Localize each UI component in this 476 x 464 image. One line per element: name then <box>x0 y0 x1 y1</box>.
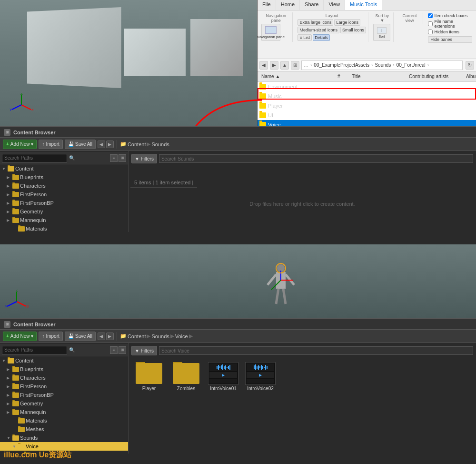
small-icons-btn[interactable]: Small icons <box>340 27 366 33</box>
tree-firstperson-top[interactable]: ▶ FirstPerson <box>0 190 128 199</box>
explorer-item-player[interactable]: Player <box>258 101 476 111</box>
grid-item-player[interactable]: Player <box>132 361 166 392</box>
filters-btn-top[interactable]: ▼ Filters <box>131 154 157 163</box>
address-path[interactable]: … › 00_ExampleProjectAssets › Sounds › 0… <box>301 61 463 70</box>
sort-btn[interactable]: ↕ Sort <box>373 24 390 41</box>
col-num[interactable]: # <box>336 74 350 79</box>
ribbon-group-showhide: Item check boxes File name extensions Hi… <box>426 12 474 44</box>
explorer-item-music[interactable]: Music <box>258 91 476 101</box>
list-btn[interactable]: ≡ List <box>298 34 312 41</box>
tree-sounds-bottom[interactable]: ▼ Sounds <box>0 434 128 442</box>
tree-content-bottom[interactable]: ▼ Content <box>0 356 128 365</box>
tab-view[interactable]: View <box>324 0 345 10</box>
tree-blueprints-bottom[interactable]: ▶ Blueprints <box>0 365 128 373</box>
search-voice-input[interactable] <box>159 346 473 355</box>
viewport-mid[interactable]: X Z Y <box>0 244 476 318</box>
viewport-top[interactable]: X Z Y File Home Share View Music Tools N… <box>0 0 476 126</box>
tree-player-bottom[interactable]: Player <box>0 451 128 454</box>
tab-home[interactable]: Home <box>276 0 300 10</box>
explorer-item-ui[interactable]: UI <box>258 111 476 120</box>
grid-item-zombies[interactable]: Zombies <box>169 361 203 392</box>
grid-item-introvoice02[interactable]: ▶ IntroVoice02 <box>244 361 277 392</box>
cb-forward-btn-top[interactable]: ▶ <box>106 141 114 148</box>
save-all-btn-bottom[interactable]: 💾 Save All <box>65 332 96 341</box>
svg-line-2 <box>12 105 21 110</box>
cb-header-top: ⊞ Content Browser <box>0 127 476 138</box>
medium-icons-btn[interactable]: Medium-sized icons <box>298 27 339 33</box>
import-btn-bottom[interactable]: ↑ Import <box>39 332 62 341</box>
cb-path-voice-bottom[interactable]: Voice <box>175 333 188 339</box>
folder-blueprints-top <box>12 175 19 180</box>
cb-forward-btn-bottom[interactable]: ▶ <box>106 333 114 340</box>
folder-materials-bottom <box>18 418 25 424</box>
tree-geometry-bottom[interactable]: ▶ Geometry <box>0 399 128 408</box>
large-icons-btn[interactable]: Large icons <box>334 19 360 26</box>
filters-btn-bottom[interactable]: ▼ Filters <box>131 346 157 355</box>
add-new-btn-bottom[interactable]: Add New ▾ <box>3 332 37 341</box>
forward-btn[interactable]: ▶ <box>270 61 278 70</box>
tree-mannequin-top[interactable]: ▶ Mannequin <box>0 216 128 224</box>
col-title[interactable]: Title <box>350 74 407 79</box>
tree-voice-bottom[interactable]: ▼ Voice <box>0 442 128 451</box>
path-segment-3[interactable]: 00_ForUnreal <box>397 62 426 68</box>
tree-blueprints-top[interactable]: ▶ Blueprints <box>0 173 128 182</box>
refresh-btn[interactable]: ↻ <box>466 61 474 70</box>
recent-btn[interactable]: ⊞ <box>291 61 299 70</box>
tree-firstperson-bottom[interactable]: ▶ FirstPerson <box>0 382 128 391</box>
add-new-btn-top[interactable]: Add New ▾ <box>3 140 37 149</box>
folder-meshes-bottom <box>18 427 25 432</box>
tree-materials-bottom[interactable]: Materials <box>0 416 128 425</box>
tree-materials-top[interactable]: Materials <box>0 224 128 232</box>
tree-view-btn-bottom[interactable]: ≡ <box>110 346 118 354</box>
save-all-btn-top[interactable]: 💾 Save All <box>65 140 96 149</box>
svg-line-12 <box>283 289 286 304</box>
tab-musictools[interactable]: Music Tools <box>345 0 382 10</box>
explorer-item-voice[interactable]: Voice <box>258 120 476 126</box>
folder-icon-voice <box>259 122 266 126</box>
grid-view-btn-bottom[interactable]: ⊞ <box>119 346 126 354</box>
checkbox-hidden-items[interactable]: Hidden items <box>428 30 472 34</box>
extra-large-icons-btn[interactable]: Extra large icons <box>298 19 333 26</box>
explorer-list: Environment Music Player UI Voice <box>258 82 476 126</box>
cb-path-content-bottom[interactable]: Content <box>128 333 146 339</box>
path-segment-1[interactable]: 00_ExampleProjectAssets <box>314 62 369 68</box>
cb-back-btn-bottom[interactable]: ◀ <box>98 333 105 340</box>
tree-view-btn-top[interactable]: ≡ <box>110 154 118 162</box>
explorer-item-environment[interactable]: Environment <box>258 82 476 91</box>
tree-mannequin-bottom[interactable]: ▶ Mannequin <box>0 408 128 416</box>
col-contributing[interactable]: Contributing artists <box>407 74 464 79</box>
col-name[interactable]: Name ▲ <box>259 74 336 79</box>
col-album[interactable]: Album <box>464 74 476 79</box>
content-browser-bottom: ⊞ Content Browser Add New ▾ ↑ Import 💾 S… <box>0 318 476 464</box>
details-btn[interactable]: Details <box>313 34 330 41</box>
cb-path-sounds-top[interactable]: Sounds <box>151 141 169 147</box>
tree-firstpersonbp-bottom[interactable]: ▶ FirstPersonBP <box>0 391 128 399</box>
status-top: 5 items | 1 item selected | <box>130 178 197 188</box>
tree-characters-top[interactable]: ▶ Characters <box>0 182 128 190</box>
grid-view-btn-top[interactable]: ⊞ <box>119 154 126 162</box>
tree-firstpersonbp-top[interactable]: ▶ FirstPersonBP <box>0 199 128 207</box>
cb-nav-bottom: ◀ ▶ <box>98 333 114 340</box>
cb-path-top: 📁 Content ▶ Sounds <box>120 141 169 147</box>
search-paths-input-top[interactable] <box>2 154 67 162</box>
up-btn[interactable]: ▲ <box>280 61 289 70</box>
cb-path-content-top[interactable]: Content <box>128 141 146 147</box>
tree-geometry-top[interactable]: ▶ Geometry <box>0 207 128 216</box>
cb-path-sounds-bottom[interactable]: Sounds <box>151 333 169 339</box>
tree-characters-bottom[interactable]: ▶ Characters <box>0 373 128 382</box>
search-paths-input-bottom[interactable] <box>2 346 67 354</box>
nav-pane-btn[interactable]: Navigation pane <box>261 24 280 41</box>
import-btn-top[interactable]: ↑ Import <box>39 140 62 149</box>
checkbox-file-extensions[interactable]: File name extensions <box>428 19 472 29</box>
checkbox-item-checkboxes[interactable]: Item check boxes <box>428 13 472 18</box>
cb-back-btn-top[interactable]: ◀ <box>98 141 105 148</box>
hide-selected-btn[interactable]: Hide panes <box>428 36 472 43</box>
grid-item-introvoice01[interactable]: ▶ IntroVoice01 <box>207 361 240 392</box>
tab-share[interactable]: Share <box>300 0 324 10</box>
path-segment-2[interactable]: Sounds <box>375 62 391 68</box>
back-btn[interactable]: ◀ <box>259 61 268 70</box>
tree-content-top[interactable]: ▼ Content <box>0 164 128 173</box>
search-sounds-input-top[interactable] <box>159 154 473 163</box>
tree-meshes-bottom[interactable]: Meshes <box>0 425 128 434</box>
tab-file[interactable]: File <box>258 0 276 10</box>
